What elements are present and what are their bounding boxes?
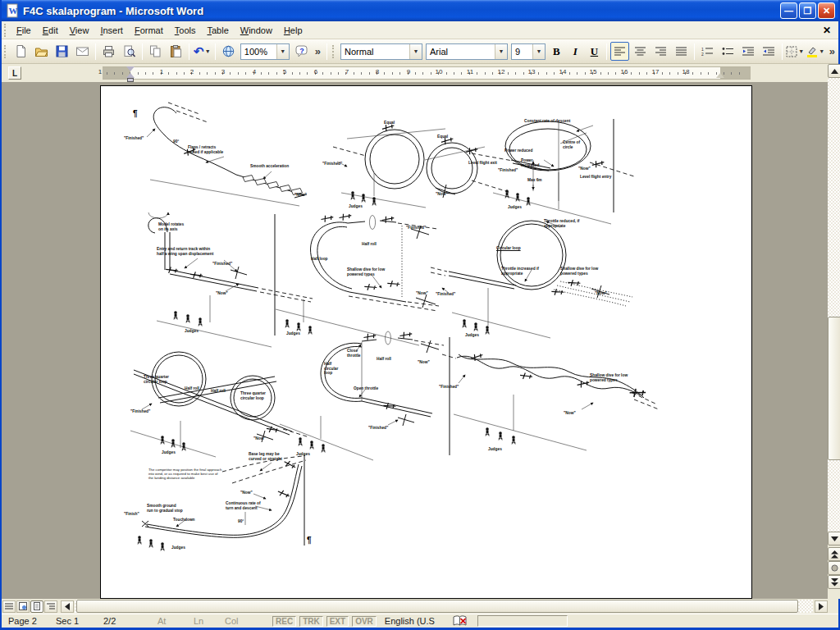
label-shallow-dive: Shallow dive for low powered types xyxy=(560,267,601,276)
extend-selection-toggle[interactable]: EXT xyxy=(326,616,349,627)
status-bar: Page 2 Sec 1 2/2 At Ln Col REC TRK EXT O… xyxy=(2,614,838,628)
font-size-dropdown-arrow[interactable]: ▼ xyxy=(532,44,545,59)
align-right-button[interactable] xyxy=(651,42,670,61)
align-center-button[interactable] xyxy=(631,42,650,61)
record-macro-toggle[interactable]: REC xyxy=(272,616,296,627)
font-combobox[interactable]: Arial ▼ xyxy=(426,43,508,60)
horizontal-scroll-track[interactable] xyxy=(75,600,813,613)
help-button[interactable]: ? xyxy=(292,42,311,61)
label-judges: Judges xyxy=(185,329,199,334)
print-layout-view-button[interactable] xyxy=(30,600,43,613)
label-throttle-increased: Throttle increased if appropriate xyxy=(501,267,539,276)
open-button[interactable] xyxy=(32,42,51,61)
vertical-scroll-track[interactable] xyxy=(828,78,840,532)
tab-selector[interactable]: L xyxy=(8,66,21,80)
vertical-scroll-thumb[interactable] xyxy=(828,317,840,460)
status-language[interactable]: English (U.S xyxy=(378,616,441,626)
font-dropdown-arrow[interactable]: ▼ xyxy=(495,44,507,59)
font-size-combobox[interactable]: 9 ▼ xyxy=(511,43,546,60)
menu-edit[interactable]: Edit xyxy=(37,23,64,38)
menu-help[interactable]: Help xyxy=(278,23,308,38)
increase-indent-button[interactable] xyxy=(760,42,778,61)
label-now: "Now" xyxy=(595,291,607,296)
ruler-number: 2 xyxy=(190,68,194,75)
print-button[interactable] xyxy=(99,42,118,61)
restore-button[interactable]: ❐ xyxy=(799,2,816,19)
hyperlink-button[interactable] xyxy=(219,42,238,61)
copy-button[interactable] xyxy=(146,42,165,61)
scroll-down-button[interactable] xyxy=(828,532,840,546)
menu-tools[interactable]: Tools xyxy=(169,23,202,38)
bullets-button[interactable] xyxy=(719,42,737,61)
menu-table[interactable]: Table xyxy=(201,23,234,38)
label-max6m: Max 6m xyxy=(527,178,542,183)
overtype-toggle[interactable]: OVR xyxy=(352,616,377,627)
email-button[interactable] xyxy=(73,42,92,61)
plane-icon xyxy=(276,488,290,500)
scroll-up-button[interactable] xyxy=(828,64,840,78)
label-shallow-dive: Shallow dive for low powered types xyxy=(590,373,634,382)
decrease-indent-button[interactable] xyxy=(739,42,758,61)
web-layout-view-button[interactable] xyxy=(16,600,30,613)
highlight-button[interactable]: ▼ xyxy=(806,42,825,61)
outline-view-button[interactable] xyxy=(44,600,57,613)
align-center-icon xyxy=(635,47,646,56)
previous-page-button[interactable] xyxy=(828,547,840,561)
numbering-button[interactable]: 12 xyxy=(698,42,717,61)
browse-ball-icon xyxy=(831,564,838,572)
menu-grip[interactable] xyxy=(4,24,8,37)
borders-dropdown-arrow[interactable]: ▼ xyxy=(798,48,804,54)
ruler-number: 17 xyxy=(652,68,660,75)
highlight-dropdown-arrow[interactable]: ▼ xyxy=(819,48,824,54)
style-combobox[interactable]: Normal ▼ xyxy=(340,43,422,60)
scroll-left-button[interactable] xyxy=(61,600,74,613)
first-line-indent-marker[interactable] xyxy=(126,66,135,71)
zoom-combobox[interactable]: 100% ▼ xyxy=(240,43,290,60)
right-indent-marker[interactable] xyxy=(716,73,724,78)
menu-file[interactable]: File xyxy=(11,23,37,38)
zoom-dropdown-arrow[interactable]: ▼ xyxy=(276,44,289,59)
undo-button[interactable]: ↶▼ xyxy=(193,42,212,61)
style-value: Normal xyxy=(345,47,373,57)
scroll-right-button[interactable] xyxy=(815,600,828,613)
italic-button[interactable]: I xyxy=(567,43,584,60)
save-button[interactable] xyxy=(52,42,71,61)
paste-icon xyxy=(169,44,183,58)
status-at: At xyxy=(151,616,187,626)
style-dropdown-arrow[interactable]: ▼ xyxy=(409,44,422,59)
underline-button[interactable]: U xyxy=(586,43,603,60)
select-browse-object-button[interactable] xyxy=(828,561,840,575)
close-document-icon[interactable]: ✕ xyxy=(820,25,833,36)
menu-format[interactable]: Format xyxy=(129,23,169,38)
judges-icon xyxy=(138,536,165,550)
menu-insert[interactable]: Insert xyxy=(94,23,129,38)
borders-button[interactable]: ▼ xyxy=(786,42,805,61)
formatting-toolbar-grip[interactable] xyxy=(332,45,336,58)
label-close-throttle: Close throttle xyxy=(347,349,365,358)
align-left-button[interactable] xyxy=(610,42,629,61)
formatting-options-chevron[interactable]: » xyxy=(826,45,838,57)
menu-view[interactable]: View xyxy=(64,23,95,38)
toolbar-options-chevron[interactable]: » xyxy=(312,45,324,57)
next-page-button[interactable] xyxy=(828,575,840,589)
print-preview-button[interactable] xyxy=(120,42,139,61)
bold-button[interactable]: B xyxy=(548,43,565,60)
ruler-number: 10 xyxy=(436,68,443,75)
justify-button[interactable] xyxy=(672,42,691,61)
minimize-button[interactable]: — xyxy=(780,2,797,19)
label-acceleration: Smooth acceleration xyxy=(250,164,289,169)
normal-view-button[interactable] xyxy=(2,600,16,613)
status-page-count: 2/2 xyxy=(97,616,135,626)
save-floppy-icon xyxy=(55,44,69,58)
menu-window[interactable]: Window xyxy=(235,23,278,38)
document-page[interactable]: .ln{stroke:#111;fill:none;stroke-width:1… xyxy=(100,85,752,599)
track-changes-toggle[interactable]: TRK xyxy=(299,616,323,627)
horizontal-scroll-thumb[interactable] xyxy=(76,600,798,613)
spelling-status-icon[interactable]: ✕ xyxy=(453,615,468,627)
new-document-button[interactable] xyxy=(11,42,30,61)
ruler-number: 1 xyxy=(98,68,102,75)
paste-button[interactable] xyxy=(167,42,185,61)
toolbar-grip[interactable] xyxy=(4,45,8,58)
close-button[interactable]: ✕ xyxy=(818,2,835,19)
undo-dropdown-arrow[interactable]: ▼ xyxy=(205,48,211,54)
